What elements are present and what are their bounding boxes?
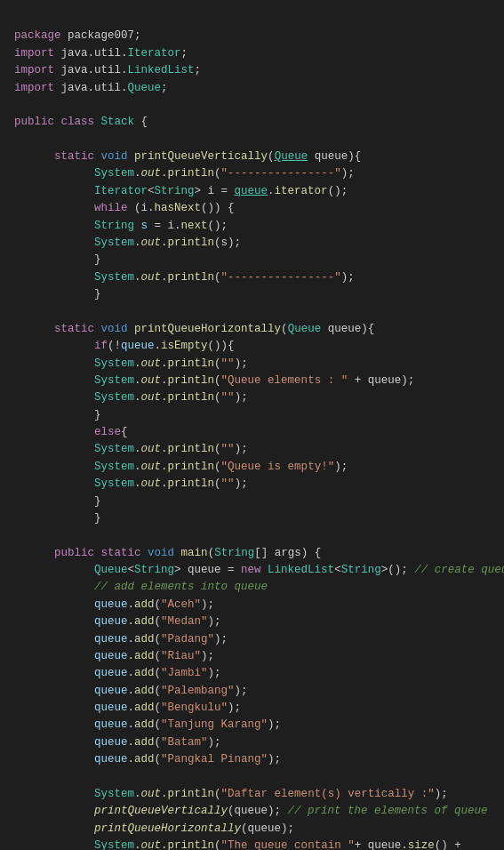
code-editor: package package007; import java.util.Ite…	[14, 11, 490, 850]
